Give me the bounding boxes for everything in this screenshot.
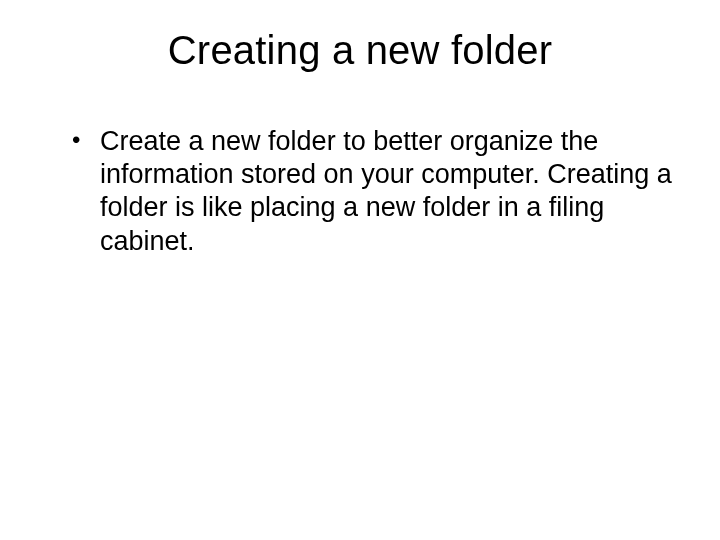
slide-title: Creating a new folder: [48, 28, 672, 73]
slide-container: Creating a new folder Create a new folde…: [0, 0, 720, 540]
slide-content: Create a new folder to better organize t…: [48, 125, 672, 258]
bullet-item: Create a new folder to better organize t…: [72, 125, 672, 258]
